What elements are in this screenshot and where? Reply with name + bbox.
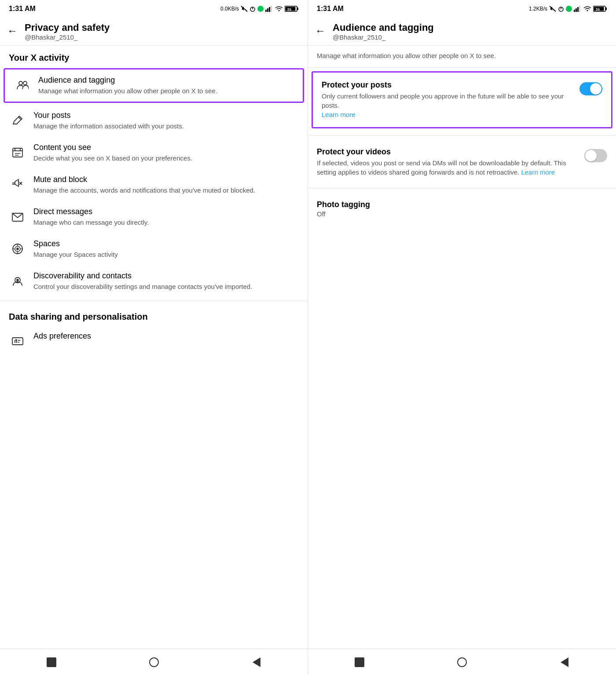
left-page-title: Privacy and safety: [25, 22, 110, 33]
svg-rect-5: [269, 7, 270, 12]
protect-posts-toggle[interactable]: [579, 82, 602, 95]
photo-tagging-value: Off: [317, 210, 607, 218]
svg-rect-45: [574, 10, 575, 12]
right-nav-back-button[interactable]: [554, 651, 576, 673]
direct-messages-desc: Manage who can message you directly.: [33, 218, 299, 227]
svg-rect-6: [271, 6, 272, 12]
green-dot: [257, 6, 264, 12]
right-header: ← Audience and tagging @Bhaskar_2510_: [308, 18, 616, 46]
menu-item-spaces[interactable]: Spaces Manage your Spaces activity: [0, 233, 308, 265]
settings-divider-1: [308, 135, 616, 136]
audience-tagging-desc: Manage what information you allow other …: [38, 86, 294, 95]
left-status-bar: 1:31 AM 0.0KB/s 59: [0, 0, 308, 18]
left-time: 1:31 AM: [9, 5, 36, 13]
svg-point-12: [19, 81, 22, 85]
discoverability-title: Discoverability and contacts: [33, 271, 299, 281]
protect-videos-header: Protect your videos If selected, videos …: [317, 147, 607, 177]
mute-block-svg: [11, 179, 24, 191]
content-you-see-content: Content you see Decide what you see on X…: [33, 143, 299, 163]
left-header: ← Privacy and safety @Bhaskar_2510_: [0, 18, 308, 46]
section-data-sharing: Data sharing and personalisation: [0, 305, 308, 325]
mute-block-title: Mute and block: [33, 175, 299, 184]
svg-point-35: [17, 279, 18, 281]
edit-icon: [9, 112, 26, 129]
section-divider: [0, 301, 308, 301]
right-time: 1:31 AM: [317, 5, 344, 13]
right-back-button[interactable]: ←: [312, 23, 329, 39]
protect-videos-title: Protect your videos: [317, 147, 577, 157]
section-your-x-activity: Your X activity: [0, 46, 308, 66]
your-posts-desc: Manage the information associated with y…: [33, 121, 299, 131]
menu-item-mute-block[interactable]: Mute and block Manage the accounts, word…: [0, 169, 308, 201]
svg-point-29: [17, 248, 18, 250]
photo-tagging-title: Photo tagging: [317, 200, 607, 209]
content-you-see-desc: Decide what you see on X based on your p…: [33, 153, 299, 163]
right-panel: 1:31 AM 1.2KB/s 59: [308, 0, 616, 675]
right-battery-icon: 59: [593, 5, 607, 12]
dm-icon: [9, 208, 26, 226]
menu-item-your-posts[interactable]: Your posts Manage the information associ…: [0, 105, 308, 137]
svg-text:59: 59: [287, 7, 291, 11]
edit-svg: [11, 114, 24, 127]
right-square-icon: [355, 657, 364, 667]
menu-item-audience-tagging[interactable]: Audience and tagging Manage what informa…: [4, 68, 304, 103]
signal-icon: [265, 6, 273, 12]
right-header-text: Audience and tagging @Bhaskar_2510_: [333, 22, 434, 41]
svg-point-49: [587, 10, 588, 11]
right-signal-icon: [574, 6, 582, 12]
direct-messages-title: Direct messages: [33, 207, 299, 216]
protect-videos-toggle[interactable]: [584, 149, 607, 162]
setting-photo-tagging[interactable]: Photo tagging Off: [308, 192, 616, 226]
content-icon: [9, 144, 26, 161]
mute-block-content: Mute and block Manage the accounts, word…: [33, 175, 299, 195]
protect-posts-toggle-knob: [590, 83, 601, 95]
svg-point-13: [23, 81, 27, 85]
right-green-dot: [566, 6, 572, 12]
protect-posts-header: Protect your posts Only current follower…: [322, 80, 602, 119]
right-bottom-nav: [308, 649, 616, 675]
audience-icon: [14, 77, 31, 94]
setting-protect-videos[interactable]: Protect your videos If selected, videos …: [308, 139, 616, 185]
left-back-button[interactable]: ←: [4, 23, 21, 39]
svg-rect-48: [579, 6, 580, 12]
nav-square-button[interactable]: [40, 651, 62, 673]
nav-home-button[interactable]: [143, 651, 165, 673]
discoverability-desc: Control your discoverability settings an…: [33, 282, 299, 291]
discoverability-content: Discoverability and contacts Control you…: [33, 271, 299, 291]
svg-rect-16: [13, 148, 22, 157]
dm-svg: [11, 211, 24, 223]
right-page-description: Manage what information you allow other …: [308, 46, 616, 68]
ads-content: Ads preferences: [33, 332, 299, 342]
right-nav-square-button[interactable]: [348, 651, 370, 673]
nav-back-button[interactable]: [246, 651, 268, 673]
right-triangle-icon: [561, 657, 568, 667]
menu-item-discoverability[interactable]: Discoverability and contacts Control you…: [0, 265, 308, 297]
spaces-icon: [9, 240, 26, 258]
menu-item-content-you-see[interactable]: Content you see Decide what you see on X…: [0, 137, 308, 169]
menu-item-direct-messages[interactable]: Direct messages Manage who can message y…: [0, 201, 308, 233]
right-page-title: Audience and tagging: [333, 22, 434, 33]
ads-icon: [9, 332, 26, 350]
svg-rect-4: [267, 8, 268, 12]
content-you-see-title: Content you see: [33, 143, 299, 152]
content-svg: [11, 146, 24, 159]
left-account-name: @Bhaskar_2510_: [25, 33, 110, 41]
mute-block-desc: Manage the accounts, words and notificat…: [33, 186, 299, 195]
spaces-svg: [11, 243, 24, 255]
svg-rect-51: [605, 7, 607, 10]
svg-rect-47: [577, 7, 579, 12]
protect-videos-text: Protect your videos If selected, videos …: [317, 147, 584, 177]
right-wifi-icon: [583, 6, 591, 12]
protect-posts-title: Protect your posts: [322, 80, 572, 90]
right-nav-home-button[interactable]: [451, 651, 473, 673]
svg-rect-9: [297, 7, 298, 10]
protect-videos-learn-more[interactable]: Learn more: [521, 168, 555, 176]
right-mute-icon: [549, 6, 556, 12]
right-status-bar: 1:31 AM 1.2KB/s 59: [308, 0, 616, 18]
left-bottom-nav: [0, 649, 308, 675]
protect-posts-learn-more[interactable]: Learn more: [322, 111, 356, 118]
setting-protect-posts[interactable]: Protect your posts Only current follower…: [312, 71, 612, 128]
svg-rect-3: [265, 10, 267, 12]
menu-item-ads[interactable]: Ads preferences: [0, 325, 308, 356]
your-posts-title: Your posts: [33, 111, 299, 120]
